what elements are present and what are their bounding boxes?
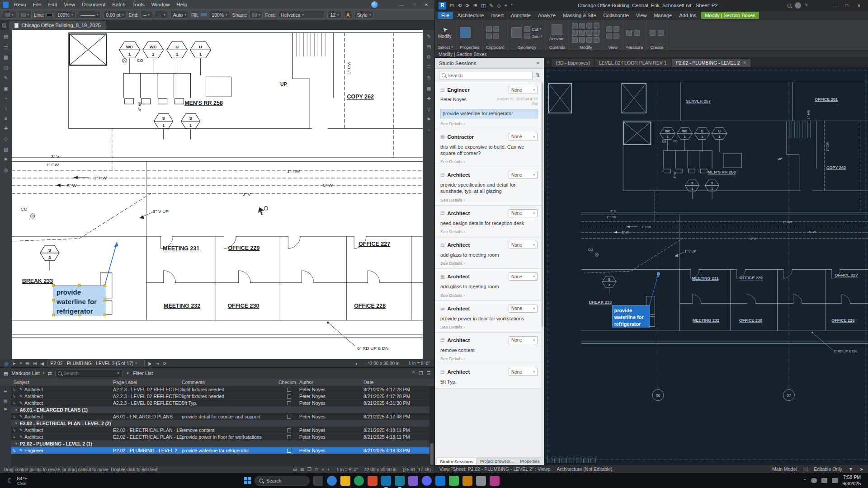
comment-card[interactable]: ▤ArchitectNone need design details for r… bbox=[435, 206, 544, 237]
pin-icon[interactable] bbox=[586, 37, 592, 43]
studio-scrollbar[interactable] bbox=[541, 82, 544, 457]
swap-icon[interactable]: ⇄ bbox=[47, 371, 52, 376]
status-dropdown[interactable]: None bbox=[509, 336, 538, 344]
clear-search-icon[interactable]: ✕ bbox=[117, 371, 120, 375]
tab-massing-site[interactable]: Massing & Site bbox=[559, 12, 599, 19]
pages-panel-icon[interactable]: ▤ bbox=[4, 33, 8, 39]
clock[interactable]: 7:58 PM 9/3/2025 bbox=[842, 474, 861, 487]
properties-icon[interactable] bbox=[460, 27, 471, 38]
close-view-icon[interactable]: ✕ bbox=[743, 61, 747, 65]
status-dropdown[interactable]: None bbox=[509, 86, 538, 94]
dimension-icon[interactable] bbox=[634, 30, 640, 36]
isolate-icon[interactable] bbox=[613, 26, 619, 32]
markups-panel-icon[interactable]: ▤ bbox=[4, 371, 8, 376]
view-tab-level02[interactable]: LEVEL 02 FLOOR PLAN REV 1 bbox=[595, 59, 671, 67]
font-size-select[interactable]: 12 bbox=[327, 11, 341, 19]
qat-undo-icon[interactable]: ⟲ bbox=[458, 3, 462, 9]
menu-tools[interactable]: Tools bbox=[129, 1, 148, 8]
tab-studio-sessions[interactable]: Studio Sessions bbox=[437, 458, 476, 465]
taskbar-app-icon[interactable] bbox=[340, 476, 350, 486]
comment-card[interactable]: ▤ArchitectNone remove content See Detail… bbox=[435, 333, 544, 364]
taskbar-app-icon[interactable] bbox=[462, 476, 472, 486]
measure-tool-icon[interactable] bbox=[626, 30, 632, 36]
move-icon[interactable] bbox=[594, 23, 599, 28]
taskbar-app-icon[interactable] bbox=[449, 476, 459, 486]
checkbox[interactable] bbox=[287, 415, 291, 419]
spaces-panel-icon[interactable]: ○ bbox=[5, 106, 8, 111]
paint-icon[interactable] bbox=[511, 27, 522, 38]
col-author[interactable]: Author bbox=[299, 380, 363, 385]
chevron-down-icon[interactable]: ▾ bbox=[43, 371, 45, 375]
array-icon[interactable] bbox=[572, 37, 578, 43]
offset-icon[interactable] bbox=[579, 23, 585, 28]
end-finish-select[interactable]: → bbox=[155, 11, 168, 19]
taskbar-app-icon[interactable] bbox=[354, 476, 364, 486]
tool-chest-icon[interactable]: ☰ bbox=[427, 65, 431, 70]
tab-project-browser[interactable]: Project Browser... bbox=[477, 458, 516, 465]
settings-icon[interactable]: ⚙ bbox=[427, 54, 431, 60]
trim-icon[interactable] bbox=[586, 30, 592, 36]
markups-list-icon[interactable]: ▤ bbox=[426, 44, 431, 50]
status-dropdown[interactable]: None bbox=[509, 209, 538, 217]
menu-edit[interactable]: Edit bbox=[45, 1, 60, 8]
flag-column-icon[interactable]: ⚑ bbox=[4, 407, 8, 412]
rotate-icon[interactable] bbox=[579, 30, 585, 36]
filter-list-label[interactable]: Filter List bbox=[132, 371, 153, 376]
table-row[interactable]: ↳✎ ArchitectA2.2.3 - LEVEL 02 REFLECTED … bbox=[11, 393, 429, 400]
rotate-icon[interactable]: ⟳ bbox=[163, 361, 166, 366]
tray-expand-icon[interactable]: ⌃ bbox=[803, 479, 807, 483]
col-page-label[interactable]: Page Label bbox=[113, 380, 182, 385]
taskbar-app-icon[interactable] bbox=[435, 476, 445, 486]
comment-card[interactable]: ▤ContractorNone this will be expensive t… bbox=[435, 129, 544, 168]
menu-file[interactable]: File bbox=[30, 1, 45, 8]
hide-icon[interactable] bbox=[606, 26, 612, 32]
table-row[interactable]: ↳✎ ArchitectE2.02 - ELECTRICAL PLAN - LE… bbox=[11, 427, 429, 434]
taskbar-app-icon-revit[interactable] bbox=[395, 476, 405, 486]
qat-measure-icon[interactable]: ◫ bbox=[481, 3, 486, 9]
next-page-icon[interactable]: ▶ bbox=[148, 361, 152, 366]
link-icon[interactable]: ○ bbox=[427, 127, 430, 132]
checkbox[interactable] bbox=[287, 428, 291, 432]
studio-search-input[interactable] bbox=[448, 73, 530, 78]
tab-file[interactable]: File bbox=[438, 12, 453, 19]
floorplan-revit[interactable]: SERVER 257 OFFICE 261 1" HW 06 07 provid… bbox=[544, 67, 868, 465]
studio-panel-icon[interactable]: ◎ bbox=[4, 167, 8, 173]
dim-icon[interactable]: ◐ bbox=[327, 467, 330, 472]
checkbox[interactable] bbox=[287, 401, 291, 405]
minimize-icon[interactable]: — bbox=[829, 3, 840, 8]
main-model-select[interactable]: Main Model bbox=[772, 466, 797, 472]
menu-panel-icon[interactable]: ☰ bbox=[4, 44, 8, 50]
qat-save-icon[interactable]: ⊡ bbox=[450, 3, 454, 9]
onedrive-icon[interactable] bbox=[811, 478, 817, 483]
close-panel-icon[interactable]: ✕ bbox=[536, 61, 540, 66]
tab-modify-section-boxes[interactable]: Modify | Section Boxes bbox=[701, 12, 759, 19]
scale-icon[interactable] bbox=[579, 37, 585, 43]
see-details-link[interactable]: See Details› bbox=[440, 356, 538, 361]
line-style-select[interactable]: ——— bbox=[78, 11, 101, 19]
copy-tool-icon[interactable] bbox=[572, 30, 578, 36]
volume-icon[interactable] bbox=[832, 478, 838, 483]
table-group-row[interactable]: ▾A6.01 - ENLARGED PLANS (1) bbox=[11, 407, 429, 413]
line-width-select[interactable]: 0.00 pt bbox=[103, 11, 127, 19]
tab-collaborate[interactable]: Collaborate bbox=[600, 12, 632, 19]
markups-title[interactable]: Markups List bbox=[11, 371, 39, 376]
comment-card[interactable]: ▤ArchitectNone 5ft Typ. bbox=[435, 364, 544, 388]
tab-annotate[interactable]: Annotate bbox=[507, 12, 534, 19]
view-tab-p202[interactable]: P2.02 - PLUMBING - LEVEL 2✕ bbox=[672, 59, 751, 67]
select-status-icon[interactable]: ➤ bbox=[859, 466, 863, 472]
revit-logo-icon[interactable]: R bbox=[439, 2, 446, 9]
cut-button[interactable]: Cut▾ bbox=[524, 26, 542, 32]
document-tab[interactable]: Chicago Office Building_8_19_2025 bbox=[9, 21, 106, 30]
tab-analyze[interactable]: Analyze bbox=[534, 12, 559, 19]
maximize-icon[interactable]: □ bbox=[409, 2, 420, 7]
thumbnails-icon[interactable]: ▦ bbox=[426, 85, 431, 91]
view-tab-3d[interactable]: {3D - bbpnoyes} bbox=[552, 59, 594, 67]
line-color-swatch[interactable] bbox=[47, 13, 52, 16]
grid-view-icon[interactable]: ⊞ bbox=[33, 361, 37, 366]
mirror-icon[interactable] bbox=[586, 23, 592, 28]
sun-path-icon[interactable] bbox=[569, 458, 574, 463]
filter-icon[interactable]: ▼ bbox=[126, 371, 130, 375]
end-start-select[interactable]: – bbox=[141, 11, 152, 19]
shape-select[interactable] bbox=[250, 11, 263, 19]
checkbox[interactable] bbox=[287, 449, 291, 453]
